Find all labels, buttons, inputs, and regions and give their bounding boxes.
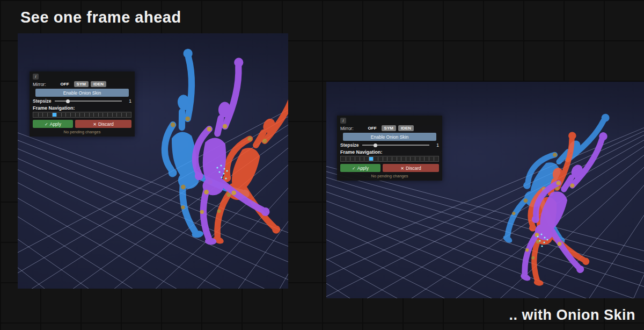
frame-tick[interactable] xyxy=(392,157,397,161)
apply-button[interactable]: ✓Apply xyxy=(33,120,73,128)
frame-tick[interactable] xyxy=(360,157,365,161)
panel-titlebar: i xyxy=(33,73,131,80)
viewport-right[interactable]: i Mirror: OFF SYM IDEN Enable Onion Skin… xyxy=(326,82,644,298)
frame-tick[interactable] xyxy=(57,113,62,117)
frame-tick[interactable] xyxy=(43,113,48,117)
frame-tick[interactable] xyxy=(39,113,43,117)
frame-tick[interactable] xyxy=(341,157,346,161)
frame-tick[interactable] xyxy=(117,113,122,117)
pending-changes-status: No pending changes xyxy=(340,174,439,178)
frame-tick-active[interactable] xyxy=(53,113,57,117)
discard-button-label: Discard xyxy=(406,166,421,171)
discard-button[interactable]: ✕Discard xyxy=(75,120,131,128)
viewport-left[interactable]: i Mirror: OFF SYM IDEN Enable Onion Skin… xyxy=(18,33,288,289)
discard-button[interactable]: ✕Discard xyxy=(383,164,439,172)
stepsize-row: Stepsize 1 xyxy=(33,98,131,104)
mirror-off-button[interactable]: OFF xyxy=(365,125,379,131)
frame-tick[interactable] xyxy=(415,157,420,161)
mirror-row: Mirror: OFF SYM IDEN xyxy=(340,125,439,131)
frame-navigation-strip[interactable] xyxy=(33,112,131,118)
cross-icon: ✕ xyxy=(400,166,404,171)
frame-tick[interactable] xyxy=(364,157,369,161)
frame-tick[interactable] xyxy=(397,157,402,161)
frame-tick[interactable] xyxy=(80,113,85,117)
frame-tick[interactable] xyxy=(420,157,425,161)
panel-titlebar: i xyxy=(340,117,439,124)
frame-tick[interactable] xyxy=(34,113,39,117)
frame-tick[interactable] xyxy=(94,113,99,117)
mirror-label: Mirror: xyxy=(33,82,46,87)
stepsize-slider-knob[interactable] xyxy=(66,99,70,103)
frame-tick[interactable] xyxy=(90,113,94,117)
mirror-iden-button[interactable]: IDEN xyxy=(398,125,414,131)
frame-tick[interactable] xyxy=(85,113,90,117)
apply-button[interactable]: ✓Apply xyxy=(340,164,380,172)
stepsize-row: Stepsize 1 xyxy=(340,142,439,148)
stepsize-value: 1 xyxy=(126,98,131,104)
desktop-background: { "page": { "title": "See one frame ahea… xyxy=(0,0,644,330)
mirror-iden-button[interactable]: IDEN xyxy=(91,81,106,87)
frame-tick[interactable] xyxy=(350,157,355,161)
frame-tick[interactable] xyxy=(346,157,351,161)
frame-navigation-label: Frame Navigation: xyxy=(340,149,439,155)
frame-tick[interactable] xyxy=(76,113,80,117)
frame-navigation-label: Frame Navigation: xyxy=(33,105,131,111)
figures-layer xyxy=(326,82,644,298)
frame-tick[interactable] xyxy=(374,157,378,161)
stepsize-label: Stepsize xyxy=(33,98,52,104)
frame-tick[interactable] xyxy=(48,113,53,117)
enable-onion-skin-button[interactable]: Enable Onion Skin xyxy=(35,89,129,97)
mirror-row: Mirror: OFF SYM IDEN xyxy=(33,81,131,87)
frame-tick[interactable] xyxy=(378,157,383,161)
cross-icon: ✕ xyxy=(93,122,97,127)
check-icon: ✓ xyxy=(352,166,356,171)
stepsize-slider[interactable] xyxy=(55,101,122,102)
mirror-button-group: OFF SYM IDEN xyxy=(365,125,414,131)
mirror-button-group: OFF SYM IDEN xyxy=(58,81,106,87)
pose-tools-panel: i Mirror: OFF SYM IDEN Enable Onion Skin… xyxy=(337,116,442,181)
mirror-sym-button[interactable]: SYM xyxy=(74,81,89,87)
frame-tick[interactable] xyxy=(99,113,104,117)
frame-tick-active[interactable] xyxy=(369,157,374,161)
check-icon: ✓ xyxy=(45,122,48,127)
stepsize-slider-knob[interactable] xyxy=(374,144,377,147)
frame-tick[interactable] xyxy=(406,157,411,161)
mirror-sym-button[interactable]: SYM xyxy=(382,125,396,131)
pose-tools-panel: i Mirror: OFF SYM IDEN Enable Onion Skin… xyxy=(30,71,135,137)
pending-changes-status: No pending changes xyxy=(33,130,131,134)
panel-window-icon[interactable]: i xyxy=(340,118,346,124)
mirror-off-button[interactable]: OFF xyxy=(58,81,72,87)
enable-onion-skin-button[interactable]: Enable Onion Skin xyxy=(343,133,437,141)
apply-button-label: Apply xyxy=(50,121,61,127)
stepsize-label: Stepsize xyxy=(340,142,359,148)
frame-tick[interactable] xyxy=(66,113,71,117)
stepsize-slider[interactable] xyxy=(362,145,430,146)
frame-tick[interactable] xyxy=(127,113,131,117)
frame-tick[interactable] xyxy=(122,113,127,117)
panel-window-icon[interactable]: i xyxy=(33,74,39,80)
stepsize-value: 1 xyxy=(434,142,439,148)
frame-tick[interactable] xyxy=(355,157,360,161)
frame-tick[interactable] xyxy=(113,113,118,117)
frame-tick[interactable] xyxy=(401,157,406,161)
discard-button-label: Discard xyxy=(98,121,114,127)
action-row: ✓Apply ✕Discard xyxy=(340,164,439,172)
frame-tick[interactable] xyxy=(108,113,113,117)
frame-tick[interactable] xyxy=(387,157,392,161)
frame-tick[interactable] xyxy=(434,157,438,161)
page-title: See one frame ahead xyxy=(20,9,181,26)
frame-tick[interactable] xyxy=(103,113,108,117)
frame-navigation-strip[interactable] xyxy=(340,156,439,162)
frame-tick[interactable] xyxy=(71,113,76,117)
frame-tick[interactable] xyxy=(62,113,67,117)
caption: .. with Onion Skin xyxy=(509,307,636,324)
frame-tick[interactable] xyxy=(425,157,429,161)
mirror-label: Mirror: xyxy=(340,126,354,131)
apply-button-label: Apply xyxy=(357,166,369,171)
frame-tick[interactable] xyxy=(429,157,434,161)
frame-tick[interactable] xyxy=(411,157,415,161)
frame-tick[interactable] xyxy=(383,157,388,161)
action-row: ✓Apply ✕Discard xyxy=(33,120,131,128)
